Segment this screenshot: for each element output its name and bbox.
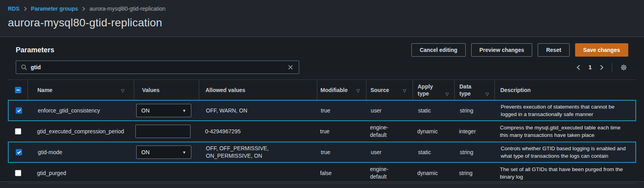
column-label: Name bbox=[37, 87, 52, 94]
panel-header: Parameters Cancel editing Preview change… bbox=[0, 37, 644, 57]
data-type-value: string bbox=[455, 105, 495, 116]
value-select[interactable]: ON ▼ bbox=[136, 104, 191, 117]
page-title: aurora-mysql80-gtid-replication bbox=[0, 16, 644, 30]
row-checkbox-cell bbox=[8, 126, 28, 137]
column-label: Modifiable bbox=[320, 87, 348, 94]
row-checkbox[interactable] bbox=[15, 128, 21, 135]
value-cell: ON ▼ bbox=[135, 101, 200, 120]
parameter-name: enforce_gtid_consistency bbox=[28, 105, 135, 116]
row-checkbox[interactable] bbox=[16, 149, 22, 155]
search-input[interactable] bbox=[31, 64, 283, 70]
apply-type-value: static bbox=[413, 105, 455, 116]
table-row[interactable]: gtid-mode ON ▼ OFF, OFF_PERMISSIVE, ON_P… bbox=[8, 142, 636, 163]
table-row[interactable]: gtid_executed_compression_period 0-42949… bbox=[8, 121, 636, 142]
allowed-values bbox=[199, 171, 317, 175]
save-changes-button[interactable]: Save changes bbox=[575, 43, 628, 57]
table-body: enforce_gtid_consistency ON ▼ OFF, WARN,… bbox=[8, 100, 636, 183]
chevron-right-icon[interactable] bbox=[599, 64, 605, 71]
source-value: user bbox=[367, 105, 413, 117]
modifiable-value: true bbox=[318, 147, 367, 158]
sort-icon[interactable]: ▽ bbox=[121, 87, 124, 94]
allowed-values: OFF, OFF_PERMISSIVE, ON_PERMISSIVE, ON bbox=[200, 142, 318, 162]
chevron-left-icon[interactable] bbox=[576, 64, 581, 71]
value-cell bbox=[134, 171, 199, 175]
sort-icon[interactable]: ▽ bbox=[403, 87, 406, 94]
data-type-value: integer bbox=[454, 126, 494, 137]
column-header-allowed-values: Allowed values bbox=[199, 80, 317, 100]
parameters-table: Name ▽ Values Allowed values Modifiable … bbox=[8, 79, 636, 183]
divider bbox=[612, 63, 612, 72]
close-icon[interactable] bbox=[287, 64, 294, 71]
preview-changes-button[interactable]: Preview changes bbox=[471, 43, 533, 57]
row-checkbox[interactable] bbox=[15, 170, 21, 176]
source-value: engine-default bbox=[366, 163, 413, 183]
breadcrumb-current: aurora-mysql80-gtid-replication bbox=[89, 6, 165, 12]
description-value: Controls whether GTID based logging is e… bbox=[495, 142, 635, 162]
modifiable-value: true bbox=[318, 105, 367, 116]
value-select-text: ON bbox=[141, 107, 150, 114]
column-header-source[interactable]: Source ▽ bbox=[366, 80, 413, 100]
modifiable-value: false bbox=[317, 168, 366, 179]
column-label: Apply type bbox=[418, 83, 435, 97]
sort-icon[interactable]: ▽ bbox=[357, 87, 360, 94]
parameter-name: gtid-mode bbox=[28, 147, 135, 158]
select-all-checkbox[interactable] bbox=[15, 87, 21, 93]
column-header-name[interactable]: Name ▽ bbox=[28, 80, 134, 100]
row-checkbox-cell bbox=[9, 105, 28, 116]
column-label: Source bbox=[370, 87, 389, 94]
column-label: Allowed values bbox=[205, 87, 245, 94]
column-header-description: Description bbox=[494, 80, 636, 100]
description-value: Prevents execution of statements that ca… bbox=[495, 101, 635, 120]
chevron-down-icon: ▼ bbox=[182, 109, 186, 113]
column-header-values: Values bbox=[134, 80, 199, 100]
chevron-right-icon bbox=[82, 6, 85, 11]
description-value: The set of all GTIDs that have been purg… bbox=[494, 163, 636, 183]
parameters-panel: Parameters Cancel editing Preview change… bbox=[0, 37, 644, 182]
breadcrumb: RDS Parameter groups aurora-mysql80-gtid… bbox=[0, 0, 644, 12]
value-select[interactable]: ON ▼ bbox=[136, 146, 191, 159]
column-label: Values bbox=[142, 87, 159, 94]
table-row[interactable]: enforce_gtid_consistency ON ▼ OFF, WARN,… bbox=[8, 100, 636, 121]
table-header-row: Name ▽ Values Allowed values Modifiable … bbox=[8, 79, 636, 100]
row-checkbox[interactable] bbox=[16, 107, 22, 114]
page: RDS Parameter groups aurora-mysql80-gtid… bbox=[0, 0, 644, 182]
sort-icon[interactable]: ▽ bbox=[446, 91, 449, 97]
sort-icon[interactable]: ▽ bbox=[486, 91, 489, 97]
table-row[interactable]: gtid_purged false engine-default dynamic… bbox=[8, 163, 636, 183]
pagination: 1 bbox=[576, 63, 628, 72]
gear-icon[interactable] bbox=[619, 63, 628, 72]
value-input[interactable] bbox=[135, 125, 191, 138]
toolbar-row: 1 bbox=[0, 57, 644, 74]
column-label: Description bbox=[500, 87, 531, 94]
current-page[interactable]: 1 bbox=[587, 64, 593, 70]
reset-button[interactable]: Reset bbox=[538, 43, 569, 57]
search-box[interactable] bbox=[16, 61, 299, 74]
chevron-down-icon: ▼ bbox=[182, 150, 186, 155]
breadcrumb-link-parameter-groups[interactable]: Parameter groups bbox=[31, 6, 78, 12]
column-header-modifiable[interactable]: Modifiable ▽ bbox=[317, 80, 366, 100]
parameter-name: gtid_executed_compression_period bbox=[28, 126, 134, 137]
description-value: Compress the mysql.gtid_executed table e… bbox=[494, 122, 636, 141]
search-icon bbox=[21, 64, 27, 70]
value-select-text: ON bbox=[141, 149, 150, 155]
column-header-data-type[interactable]: Data type ▽ bbox=[454, 80, 494, 100]
header-checkbox-cell bbox=[8, 80, 28, 100]
apply-type-value: static bbox=[413, 147, 455, 158]
data-type-value: string bbox=[455, 147, 495, 158]
chevron-right-icon bbox=[24, 6, 27, 11]
data-type-value: string bbox=[454, 168, 494, 179]
row-checkbox-cell bbox=[8, 168, 28, 179]
panel-heading: Parameters bbox=[16, 46, 54, 54]
apply-type-value: dynamic bbox=[413, 168, 454, 179]
allowed-values: 0-4294967295 bbox=[199, 125, 317, 138]
cancel-editing-button[interactable]: Cancel editing bbox=[411, 43, 466, 57]
breadcrumb-link-rds[interactable]: RDS bbox=[8, 6, 20, 12]
row-checkbox-cell bbox=[9, 147, 28, 158]
value-cell: ON ▼ bbox=[135, 143, 200, 161]
column-label: Data type bbox=[459, 83, 477, 97]
apply-type-value: dynamic bbox=[413, 126, 454, 137]
modifiable-value: true bbox=[317, 126, 366, 137]
column-header-apply-type[interactable]: Apply type ▽ bbox=[413, 80, 454, 100]
parameter-name: gtid_purged bbox=[28, 168, 134, 179]
source-value: user bbox=[367, 146, 413, 159]
